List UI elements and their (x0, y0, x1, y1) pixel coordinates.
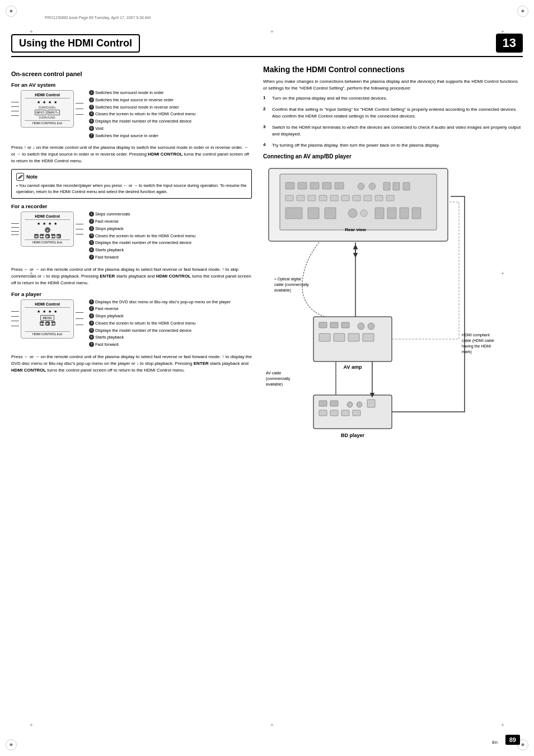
svg-text:available): available) (266, 382, 283, 387)
svg-rect-40 (334, 334, 345, 341)
svg-rect-46 (330, 401, 338, 406)
player-ann-6: 6 Starts playback (89, 335, 252, 340)
player-ann-2: 2 Fast reverse (89, 306, 252, 312)
av-body-text: Press ↑ or ↓ on the remote control unit … (11, 144, 252, 165)
right-column: Making the HDMI Control connections When… (263, 65, 523, 454)
player-remote-box: HDMI Control ★ ★ ★ ★ MENU ◀◀ ▶ ▶▶ (21, 299, 74, 339)
rec-ann-2: 2 Fast reverse (89, 219, 252, 224)
inner-crosshair-bc: + (268, 720, 277, 729)
content-area: On-screen control panel For an AV system (11, 65, 523, 454)
svg-rect-21 (386, 195, 394, 201)
corner-mark-tl: ⊕ (6, 6, 17, 17)
inner-crosshair-tc: + (268, 27, 277, 36)
inner-crosshair-tr: + (498, 27, 507, 36)
av-remote-box: HDMI Control ★ ★ ★ ★ SURROUND+ INPUT- IN… (21, 90, 74, 128)
svg-rect-9 (383, 182, 390, 190)
av-ann-3: 3 Switches the surround mode in reverse … (89, 105, 252, 110)
svg-rect-30 (412, 208, 421, 219)
svg-rect-3 (298, 182, 307, 189)
svg-text:Rear view: Rear view (345, 227, 366, 232)
svg-rect-51 (330, 410, 338, 416)
right-section-title: Making the HDMI Control connections (263, 65, 523, 74)
svg-point-8 (369, 183, 376, 190)
av-annotations: 1 Switches the surround mode in order 2 … (89, 90, 252, 140)
rec-circle-btn: ● (45, 227, 50, 233)
player-ann-1: 1 Displays the DVD disc menu or Blu-ray … (89, 299, 252, 305)
svg-rect-27 (375, 208, 384, 219)
rec-ann-5: 5 Displays the model number of the conne… (89, 240, 252, 246)
subsection-av-system: For an AV system (11, 82, 252, 88)
svg-rect-11 (403, 182, 410, 190)
rec-next: ▶| (57, 234, 61, 238)
page-title: Using the HDMI Control (11, 34, 140, 53)
corner-mark-tr: ⊕ (517, 6, 528, 17)
rec-left-lines (11, 212, 21, 247)
svg-rect-18 (353, 195, 360, 201)
svg-text:≈ Optical digital: ≈ Optical digital (274, 277, 301, 281)
player-ann-3: 3 Stops playback (89, 313, 252, 319)
av-center-row: INPUT- INPUT+ (25, 110, 70, 115)
rec-rew: ◀◀ (40, 234, 44, 238)
rec-body-text: Press ← or → on the remote control unit … (11, 266, 252, 287)
av-ann-4: 4 Closes the screen to return to the HDM… (89, 111, 252, 117)
inner-crosshair-tl: + (27, 27, 36, 36)
svg-rect-4 (310, 182, 319, 189)
svg-rect-5 (322, 182, 331, 189)
step-3: 3 Switch to the HDMI input terminals to … (263, 124, 523, 138)
svg-text:having the HDMI: having the HDMI (462, 344, 491, 349)
av-ann-2: 2 Switches the input source in reverse o… (89, 97, 252, 103)
subsection-recorder: For a recorder (11, 203, 252, 209)
svg-text:AV cable: AV cable (266, 371, 282, 375)
rec-ann-1: 1 Skips commercials (89, 212, 252, 217)
page-number: 89 (505, 735, 520, 745)
note-box: 🖊 Note • You cannot operate the recorder… (11, 169, 252, 199)
svg-text:cable (commercially: cable (commercially (274, 283, 309, 287)
svg-rect-53 (353, 410, 360, 416)
step-4: 4 Try turning off the plasma display, th… (263, 142, 523, 149)
svg-rect-45 (319, 401, 327, 406)
inner-crosshair-br: + (498, 720, 507, 729)
svg-rect-52 (341, 410, 349, 416)
svg-rect-24 (325, 208, 336, 219)
svg-rect-39 (319, 334, 330, 341)
svg-rect-41 (348, 334, 359, 341)
note-icon: 🖊 (16, 173, 24, 181)
player-menu-btn: MENU (40, 315, 54, 321)
svg-text:(commercially: (commercially (266, 377, 291, 381)
rec-ann-7: 7 Fast forward (89, 255, 252, 260)
svg-point-48 (357, 402, 362, 407)
svg-rect-16 (330, 195, 338, 201)
rec-ann-4: 4 Closes the screen to return to the HDM… (89, 233, 252, 239)
svg-rect-20 (375, 195, 383, 201)
player-remote-footer: HDMI CONTROL Exit (25, 331, 70, 336)
connection-title: Connecting an AV amp/BD player (263, 153, 523, 159)
rec-prev: |◀ (34, 234, 39, 238)
player-ann-5: 5 Displays the model number of the conne… (89, 328, 252, 334)
section-title-onscreen: On-screen control panel (11, 71, 252, 77)
chapter-number: 13 (496, 34, 523, 53)
player-ann-7: 7 Fast forward (89, 342, 252, 348)
step-1: 1 Turn on the plasma display and all the… (263, 95, 523, 102)
svg-point-38 (368, 323, 374, 330)
page: ⊕ ⊕ ⊕ ⊕ PRO11508ID.book Page 89 Tuesday,… (0, 0, 534, 756)
diagram-svg: Rear view AV amp (263, 163, 509, 454)
av-remote-header: HDMI Control (25, 93, 70, 98)
rec-ann-6: 6 Starts playback (89, 247, 252, 253)
svg-text:mark): mark) (462, 350, 472, 354)
step-2: 2 Confirm that the setting in "Input Set… (263, 106, 523, 120)
svg-text:HDMI compliant: HDMI compliant (462, 333, 490, 337)
svg-rect-6 (335, 182, 344, 189)
note-header: 🖊 Note (16, 173, 247, 181)
svg-rect-50 (319, 410, 327, 416)
svg-rect-28 (387, 208, 396, 219)
svg-text:available): available) (274, 288, 291, 293)
av-input-plus: INPUT+ (48, 110, 60, 115)
av-ann-6: 6 Void (89, 126, 252, 132)
player-play-row: ◀◀ ▶ ▶▶ (25, 321, 70, 326)
av-remote-stars: ★ ★ ★ ★ (25, 100, 70, 105)
svg-rect-17 (341, 195, 349, 201)
rec-play: ▶ (45, 234, 50, 238)
av-ann-1: 1 Switches the surround mode in order (89, 90, 252, 96)
recorder-illustration: HDMI Control ★ ★ ★ ★ ● |◀ ◀◀ ▶ ▶▶ (11, 212, 252, 261)
svg-rect-36 (341, 322, 349, 328)
